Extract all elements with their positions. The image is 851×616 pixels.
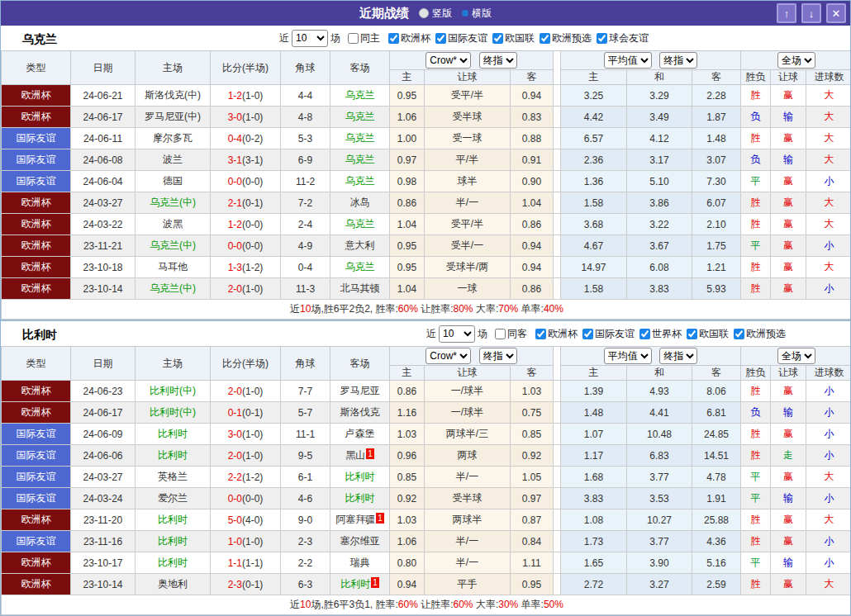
col-result-goals: 进球数: [806, 70, 851, 85]
match-row: 欧洲杯 23-10-14 乌克兰(中) 2-0(1-0) 11-3 北马其顿 1…: [2, 278, 851, 300]
competition-checkbox-input[interactable]: [734, 329, 744, 339]
same-venue-checkbox-input[interactable]: [495, 329, 506, 339]
competition-checkbox-input[interactable]: [535, 329, 546, 339]
corner-count: 5-7: [281, 402, 330, 424]
euro-draw-odds: 3.83: [627, 278, 692, 300]
recent-count-select[interactable]: 10: [439, 325, 475, 343]
result-handicap: 赢: [771, 128, 806, 149]
away-team: 比利时1: [330, 574, 390, 595]
col-away: 客场: [330, 51, 390, 85]
competition-checkbox-3[interactable]: 欧国联: [687, 327, 729, 341]
euro-home-odds: 1.07: [561, 424, 627, 445]
asian-handicap: 平/半: [425, 149, 511, 171]
asian-away-odds: 0.84: [511, 531, 554, 552]
competition-checkbox-0[interactable]: 欧洲杯: [535, 327, 578, 341]
competition-checkbox-input[interactable]: [687, 329, 697, 339]
arrow-down-icon: ↓: [809, 7, 815, 20]
competition-checkbox-input[interactable]: [540, 33, 550, 44]
home-team: 比利时(中): [135, 402, 211, 424]
focus-team-name: 比利时: [158, 535, 188, 547]
match-row: 欧洲杯 24-06-23 比利时(中) 2-0(1-0) 7-7 罗马尼亚 0.…: [2, 381, 851, 402]
asian-handicap: 受平/半: [425, 85, 511, 107]
team-section: 比利时 近 10 场 同客 欧洲杯 国际友谊 世界杯 欧国联: [1, 321, 850, 616]
asian-away-odds: 0.75: [511, 402, 554, 424]
home-team: 德国: [135, 171, 211, 192]
radio-selected-icon[interactable]: [462, 10, 468, 17]
focus-team-name: 比利时: [158, 557, 188, 568]
competition-checkbox-4[interactable]: 球会友谊: [597, 31, 649, 45]
live-badge: 1: [376, 513, 384, 524]
asian-handicap: 球半: [425, 171, 511, 192]
col-asian-handicap: 让球: [425, 70, 511, 85]
match-date: 23-11-16: [71, 531, 135, 552]
asian-away-odds: 1.03: [511, 381, 554, 402]
layout-radio-horizontal[interactable]: 横版: [462, 7, 492, 21]
euro-draw-odds: 3.29: [627, 85, 692, 107]
away-team: 卢森堡: [330, 424, 390, 445]
away-team: 塞尔维亚: [330, 531, 390, 552]
euro-odds-time-select[interactable]: 终指: [659, 52, 697, 69]
competition-checkbox-1[interactable]: 国际友谊: [582, 327, 635, 341]
competition-checkbox-2[interactable]: 世界杯: [639, 327, 682, 341]
euro-odds-source-select[interactable]: 平均值: [604, 348, 652, 364]
same-venue-checkbox[interactable]: 同客: [495, 327, 527, 341]
move-up-button[interactable]: ↑: [777, 3, 796, 23]
result-wdl: 胜: [741, 257, 771, 278]
radio-unselected-icon[interactable]: [419, 8, 429, 18]
recent-count-select[interactable]: 10: [292, 30, 328, 47]
competition-checkbox-3[interactable]: 欧洲预选: [540, 31, 592, 45]
match-score: 1-2(1-0): [211, 85, 281, 107]
arrow-up-icon: ↑: [784, 7, 790, 20]
euro-away-odds: 14.51: [692, 445, 741, 467]
col-euro-home: 主: [561, 70, 627, 85]
asian-odds-source-select[interactable]: Crow*: [426, 52, 471, 69]
competition-checkbox-2[interactable]: 欧国联: [492, 31, 535, 45]
asian-odds-time-select[interactable]: 终指: [479, 52, 517, 69]
match-score: 2-2(1-2): [211, 467, 281, 488]
corner-count: 4-8: [281, 107, 330, 128]
focus-team-name: 乌克兰: [345, 175, 375, 187]
col-euro-away: 客: [692, 70, 741, 85]
competition-checkbox-1[interactable]: 国际友谊: [435, 31, 487, 45]
competition-checkbox-4[interactable]: 欧洲预选: [734, 327, 786, 341]
asian-odds-time-select[interactable]: 终指: [479, 348, 517, 364]
column-spacer: [554, 171, 561, 192]
competition-checkbox-input[interactable]: [388, 33, 399, 44]
asian-odds-source-select[interactable]: Crow*: [426, 348, 471, 364]
euro-odds-time-select[interactable]: 终指: [659, 348, 697, 364]
result-handicap: 赢: [771, 509, 806, 531]
asian-home-odds: 0.85: [390, 467, 425, 488]
asian-handicap: 受一球: [425, 128, 511, 149]
result-goals: 小: [806, 445, 851, 467]
competition-checkbox-0[interactable]: 欧洲杯: [388, 31, 430, 45]
same-venue-checkbox-input[interactable]: [348, 33, 359, 44]
close-button[interactable]: ✕: [826, 3, 846, 23]
layout-radio-vertical[interactable]: 竖版: [419, 7, 452, 21]
competition-checkbox-input[interactable]: [639, 329, 650, 339]
match-score: 0-0(0-0): [211, 235, 281, 257]
euro-home-odds: 1.73: [561, 531, 627, 552]
euro-draw-odds: 3.67: [627, 235, 692, 257]
team-name: 比利时: [22, 328, 57, 343]
competition-checkbox-input[interactable]: [435, 33, 446, 44]
competition-checkbox-input[interactable]: [582, 329, 593, 339]
corner-count: 6-9: [281, 149, 330, 171]
euro-draw-odds: 4.93: [627, 381, 692, 402]
column-spacer: [554, 107, 561, 128]
scope-select[interactable]: 全场: [777, 52, 815, 69]
scope-select[interactable]: 全场: [777, 348, 815, 364]
competition-checkbox-input[interactable]: [597, 33, 607, 44]
euro-odds-source-select[interactable]: 平均值: [604, 52, 652, 69]
result-wdl: 平: [741, 171, 771, 192]
home-team: 乌克兰(中): [135, 192, 211, 214]
euro-away-odds: 8.06: [692, 381, 741, 402]
same-venue-checkbox[interactable]: 同主: [348, 31, 380, 45]
competition-checkbox-input[interactable]: [492, 33, 503, 44]
match-type-cell: 国际友谊: [2, 467, 71, 488]
result-handicap: 输: [771, 402, 806, 424]
asian-home-odds: 1.03: [390, 424, 425, 445]
move-down-button[interactable]: ↓: [801, 3, 821, 23]
match-score: 2-0(1-0): [211, 381, 281, 402]
match-row: 欧洲杯 23-10-14 奥地利 2-3(0-1) 6-3 比利时1 0.94 …: [2, 574, 851, 595]
asian-away-odds: 0.86: [511, 278, 554, 300]
